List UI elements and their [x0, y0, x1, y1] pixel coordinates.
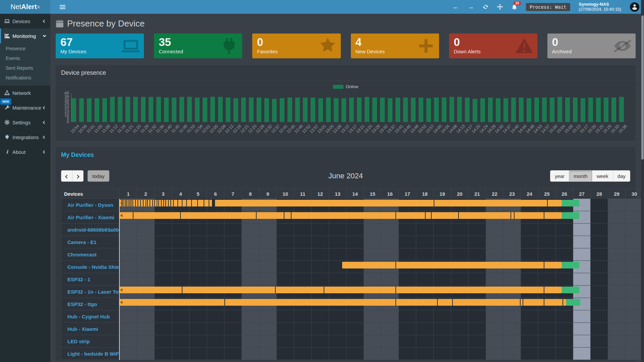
x-tick-label: 13:52	[417, 124, 427, 134]
device-name-link[interactable]: android-68608b93a00e45	[61, 224, 119, 236]
presence-gap-tick	[544, 287, 544, 293]
info-box-connected[interactable]: 35 Connected	[154, 34, 242, 58]
chart-bar	[280, 98, 284, 122]
day-header: 15	[364, 189, 381, 198]
x-tick-label: 14:37	[502, 124, 512, 134]
view-day-button[interactable]: day	[613, 170, 630, 182]
view-month-button[interactable]: month	[569, 170, 592, 182]
presence-bar-current[interactable]	[562, 262, 579, 268]
day-header: 24	[521, 189, 538, 198]
device-name-link[interactable]: LED strip	[61, 335, 119, 348]
presence-gap-tick	[514, 212, 515, 219]
scrollbar-thumb[interactable]	[641, 15, 644, 160]
brand-sup: X	[37, 5, 40, 9]
host-name: Synology-NAS	[579, 2, 622, 7]
notifications-bell-icon[interactable]: 15	[512, 4, 517, 10]
device-name-link[interactable]: Camera - E1	[61, 236, 119, 248]
continues-before-arrow-icon	[120, 301, 122, 304]
process-status-badge[interactable]: Process: Wait	[526, 3, 570, 11]
chart-bar	[249, 98, 254, 122]
device-name-link[interactable]: Air Purifier - Xiaomi	[61, 211, 119, 224]
device-name-link[interactable]: Chromecast	[61, 248, 119, 261]
sidebar-item-about[interactable]: i About	[0, 144, 50, 159]
chart-bar	[488, 98, 493, 122]
refresh-icon[interactable]	[483, 4, 488, 10]
user-avatar[interactable]	[630, 2, 639, 12]
sidebar-item-sent-reports[interactable]: Sent Reports	[0, 63, 50, 73]
chart-bar	[71, 98, 76, 122]
x-tick-label: 11:05	[93, 124, 103, 134]
device-name-link[interactable]: Hub - Cygnet Hub	[61, 310, 119, 323]
presence-gap-tick	[161, 200, 162, 206]
presence-gap-tick	[511, 212, 511, 219]
row-divider	[120, 273, 643, 273]
device-name-link[interactable]: Air Purifier - Dyson	[61, 199, 119, 211]
sidebar-item-presence[interactable]: Presence	[0, 44, 50, 54]
info-box-down-alerts[interactable]: 0 Down Alerts	[449, 34, 537, 58]
presence-bar-online[interactable]	[120, 212, 562, 219]
sidebar-item-events[interactable]: Events	[0, 54, 50, 63]
eye-slash-icon	[613, 37, 632, 55]
calendar-today-button[interactable]: today	[88, 170, 109, 182]
presence-bar-online[interactable]	[120, 200, 562, 206]
sidebar-item-integrations[interactable]: Integrations	[0, 130, 50, 144]
presence-gap-tick	[138, 200, 138, 206]
presence-bar-current[interactable]	[566, 299, 580, 306]
chart-bar	[125, 97, 130, 122]
calendar-prev-button[interactable]	[61, 170, 72, 182]
presence-bar-current[interactable]	[562, 200, 579, 206]
sidebar-item-devices[interactable]: Devices	[0, 14, 50, 28]
x-tick-label: 14:20	[471, 124, 481, 134]
chart-bar	[326, 98, 331, 122]
day-header: 30	[626, 189, 643, 198]
sidebar-item-settings[interactable]: Settings	[0, 115, 50, 130]
sidebar-item-maintenance[interactable]: NEW Maintenance	[0, 100, 50, 115]
device-name-link[interactable]: Console - Nvidia Shield TV	[61, 261, 119, 273]
x-tick-label: 14:00	[432, 124, 443, 134]
device-name-link[interactable]: ESP32 - 1n - Laser Toy	[61, 286, 119, 298]
chart-bar	[318, 98, 323, 122]
device-name-link[interactable]: Hub - Xiaomi	[61, 323, 119, 335]
sidebar-item-network[interactable]: Network	[0, 85, 50, 100]
chart-bar	[357, 98, 362, 122]
device-name-link[interactable]: ESP32 - ttgo	[61, 298, 119, 310]
sidebar-item-notifications[interactable]: Notifications	[0, 73, 50, 83]
info-box-new-devices[interactable]: 4 New Devices	[351, 34, 439, 58]
device-name-link[interactable]: Light - bedside B WiFi	[61, 348, 119, 360]
presence-bar-online[interactable]	[120, 287, 562, 293]
sidebar-item-monitoring[interactable]: Monitoring	[0, 28, 50, 43]
row-divider	[120, 285, 643, 286]
chart-legend[interactable]: Online	[56, 81, 636, 89]
presence-bar-online[interactable]	[342, 262, 562, 268]
nav-forward-icon[interactable]: →	[468, 4, 474, 10]
calendar-next-button[interactable]	[72, 170, 84, 182]
info-box-my-devices[interactable]: 67 My Devices	[56, 34, 144, 58]
x-tick-label: 11:12	[108, 124, 119, 134]
chart-bar	[287, 98, 292, 122]
fullscreen-move-icon[interactable]	[497, 4, 503, 10]
chart-bar	[95, 98, 99, 122]
view-year-button[interactable]: year	[550, 170, 569, 182]
my-devices-title[interactable]: My Devices	[56, 147, 636, 160]
laptop-icon	[4, 18, 10, 24]
chart-bar	[550, 98, 554, 122]
continues-before-arrow-icon	[120, 288, 122, 292]
info-box-favorites[interactable]: 0 Favorites	[252, 34, 340, 58]
presence-bar-current[interactable]	[562, 287, 579, 293]
page-scrollbar[interactable]	[641, 0, 644, 362]
sidebar-toggle-icon[interactable]	[55, 0, 70, 14]
day-header: 18	[416, 189, 434, 198]
app-logo[interactable]: NetAlertX	[0, 0, 50, 14]
calendar-month-title: June 2024	[328, 172, 363, 180]
presence-bar-current[interactable]	[562, 212, 579, 219]
day-header: 11	[294, 189, 312, 198]
device-name-link[interactable]: ESP32 - 1	[61, 273, 119, 286]
presence-bar-online[interactable]	[120, 299, 566, 306]
nav-back-icon[interactable]: ←	[452, 4, 459, 10]
info-box-archived[interactable]: 0 Archived	[547, 34, 636, 58]
continues-before-arrow-icon	[120, 214, 122, 217]
view-week-button[interactable]: week	[592, 170, 613, 182]
chart-bar	[334, 98, 338, 122]
row-divider	[120, 223, 643, 224]
row-divider	[120, 298, 643, 298]
